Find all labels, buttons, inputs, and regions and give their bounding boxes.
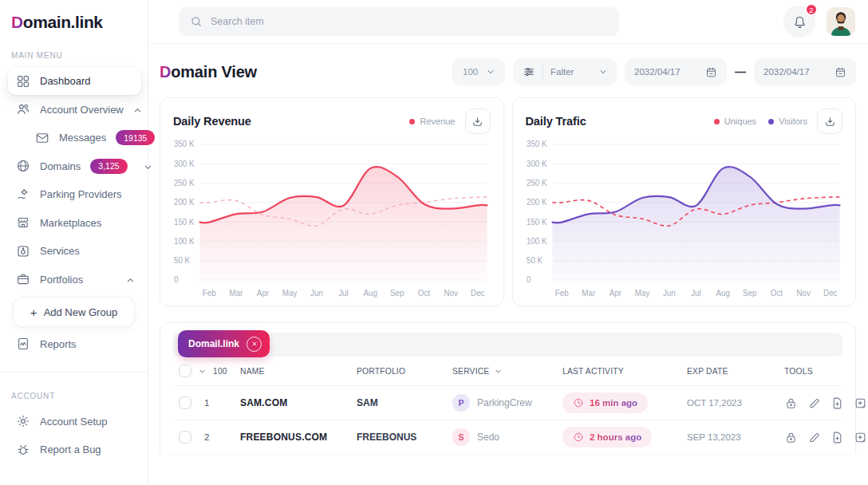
search-input[interactable] bbox=[211, 16, 608, 27]
chip-close-button[interactable] bbox=[247, 337, 262, 352]
sidebar-item-label: Reports bbox=[40, 338, 77, 350]
sidebar: Domain.link MAIN MENU DashboardAccount O… bbox=[0, 0, 148, 485]
lock-button[interactable] bbox=[784, 396, 798, 410]
page-size-select[interactable]: 100 bbox=[452, 58, 505, 85]
chevron-down-icon bbox=[487, 68, 495, 76]
svg-text:Jun: Jun bbox=[662, 289, 675, 298]
select-all-checkbox[interactable] bbox=[179, 365, 191, 377]
avatar-image bbox=[827, 7, 855, 36]
file-add-button[interactable] bbox=[831, 431, 844, 444]
chevron-down-icon[interactable] bbox=[199, 368, 206, 375]
table-row[interactable]: 2FREEBONUS.COMFREEBONUSSSedo2 hours agoS… bbox=[173, 420, 842, 454]
last-activity-cell: 16 min ago bbox=[562, 392, 687, 413]
table-page-size[interactable]: 100 bbox=[213, 367, 227, 376]
sidebar-item-services[interactable]: Services bbox=[8, 238, 141, 265]
sidebar-item-account-setup[interactable]: Account Setup bbox=[8, 408, 141, 435]
clock-icon bbox=[573, 397, 584, 408]
sidebar-item-label: Account Setup bbox=[40, 416, 108, 428]
sidebar-item-domains[interactable]: Domains3,125 bbox=[8, 152, 141, 179]
date-to-picker[interactable]: 2032/04/17 bbox=[754, 58, 856, 85]
svg-text:May: May bbox=[634, 289, 649, 298]
chart-header: Daily Trafic UniquesVisitors bbox=[526, 108, 843, 134]
svg-text:150 K: 150 K bbox=[526, 218, 546, 227]
avatar[interactable] bbox=[827, 7, 855, 36]
filter-select[interactable]: Falter bbox=[513, 58, 617, 85]
table-body: 1SAM.COMSAMPParkingCrew16 min agoOCT 17,… bbox=[173, 385, 842, 454]
chart-header: Daily Revenue Revenue bbox=[173, 108, 491, 134]
date-from-picker[interactable]: 2032/04/17 bbox=[625, 58, 727, 85]
edit-button[interactable] bbox=[807, 431, 821, 444]
svg-text:Oct: Oct bbox=[418, 289, 430, 298]
chart-title: Daily Revenue bbox=[173, 115, 251, 128]
legend-item: Revenue bbox=[409, 116, 455, 126]
column-exp-date: EXP DATE bbox=[687, 367, 784, 376]
tools-cell bbox=[784, 431, 842, 444]
svg-text:250 K: 250 K bbox=[174, 179, 195, 187]
row-select-cell: 1 bbox=[173, 396, 240, 409]
file-add-button[interactable] bbox=[831, 396, 844, 410]
svg-text:Nov: Nov bbox=[444, 289, 457, 298]
logo-rest: omain.link bbox=[23, 13, 103, 31]
topbar: 2 bbox=[148, 0, 868, 44]
last-activity-text: 2 hours ago bbox=[590, 432, 641, 442]
filter-chip[interactable]: Domail.link bbox=[178, 330, 270, 357]
svg-text:200 K: 200 K bbox=[526, 198, 546, 207]
legend-item: Uniques bbox=[714, 116, 756, 126]
header-controls: 100 Falter 2032/04/17 — bbox=[452, 58, 856, 85]
sidebar-item-report-a-bug[interactable]: Report a Bug bbox=[8, 436, 141, 463]
sidebar-divider bbox=[0, 372, 148, 373]
report-icon bbox=[16, 337, 30, 351]
table-row[interactable]: 1SAM.COMSAMPParkingCrew16 min agoOCT 17,… bbox=[173, 385, 842, 420]
sidebar-item-reports[interactable]: Reports bbox=[8, 330, 141, 357]
legend-label: Uniques bbox=[724, 116, 756, 126]
domain-name-cell: FREEBONUS.COM bbox=[240, 432, 357, 443]
svg-text:Aug: Aug bbox=[716, 289, 729, 298]
lock-button[interactable] bbox=[784, 431, 798, 444]
sidebar-item-parking-providers[interactable]: Parking Providers bbox=[8, 181, 141, 208]
gear-icon bbox=[16, 414, 30, 428]
download-button[interactable] bbox=[465, 108, 491, 134]
row-checkbox[interactable] bbox=[179, 396, 191, 409]
download-button[interactable] bbox=[817, 108, 842, 134]
note-add-button[interactable] bbox=[854, 396, 867, 410]
search-bar[interactable] bbox=[179, 7, 619, 36]
edit-button[interactable] bbox=[807, 396, 821, 410]
row-checkbox[interactable] bbox=[179, 431, 191, 444]
row-select-cell: 2 bbox=[173, 431, 240, 444]
sidebar-item-label: Portfolios bbox=[40, 274, 83, 286]
sidebar-item-messages[interactable]: Messages19135 bbox=[27, 124, 141, 152]
sidebar-item-label: Marketplaces bbox=[40, 217, 101, 229]
svg-text:50 K: 50 K bbox=[526, 256, 542, 265]
svg-text:50 K: 50 K bbox=[174, 256, 191, 265]
legend-item: Visitors bbox=[768, 116, 807, 126]
sidebar-item-dashboard[interactable]: Dashboard bbox=[8, 68, 141, 95]
grid-icon bbox=[16, 74, 30, 89]
sidebar-item-account-overview[interactable]: Account Overview bbox=[8, 96, 141, 123]
service-initial-badge: S bbox=[452, 428, 470, 446]
sidebar-item-marketplaces[interactable]: Marketplaces bbox=[8, 209, 141, 236]
column-service[interactable]: SERVICE bbox=[452, 367, 562, 376]
sidebar-item-portfolios[interactable]: Portfolios bbox=[8, 266, 141, 293]
svg-text:Apr: Apr bbox=[609, 289, 621, 298]
daily-trafic-card: Daily Trafic UniquesVisitors 350 K300 K2… bbox=[512, 97, 857, 306]
sidebar-item-label: Report a Bug bbox=[40, 444, 101, 455]
svg-text:May: May bbox=[282, 289, 298, 298]
filter-chip-bar: Domail.link bbox=[173, 333, 842, 357]
note-add-button[interactable] bbox=[854, 431, 867, 444]
page-title: Domain View bbox=[160, 63, 257, 81]
sidebar-item-add-new-group[interactable]: +Add New Group bbox=[13, 297, 135, 327]
exp-date-cell: SEP 13,2023 bbox=[687, 432, 784, 442]
chevron-down-icon bbox=[495, 368, 502, 375]
svg-text:Mar: Mar bbox=[229, 289, 243, 298]
notification-badge: 2 bbox=[805, 3, 818, 16]
daily-revenue-card: Daily Revenue Revenue 350 K300 K250 K200… bbox=[160, 97, 504, 306]
chart-legend: Revenue bbox=[409, 116, 455, 126]
last-activity-cell: 2 hours ago bbox=[562, 427, 687, 448]
svg-text:0: 0 bbox=[174, 275, 179, 284]
table-header: 100 NAME PORTFOLIO SERVICE LAST ACTIVITY… bbox=[173, 357, 842, 385]
notifications: 2 bbox=[783, 6, 815, 37]
clock-icon bbox=[573, 432, 584, 443]
exp-date-cell: OCT 17,2023 bbox=[687, 398, 784, 408]
svg-text:100 K: 100 K bbox=[174, 237, 195, 246]
service-name: Sedo bbox=[477, 432, 499, 443]
